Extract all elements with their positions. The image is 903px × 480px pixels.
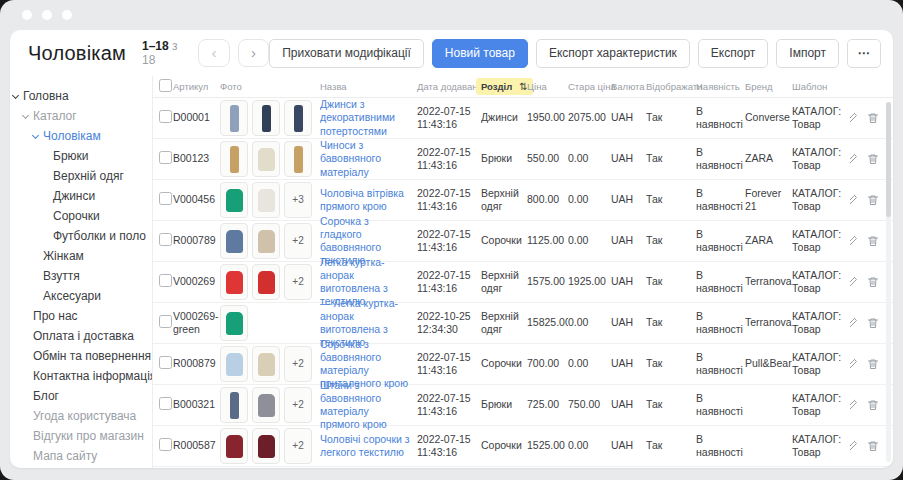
product-photo[interactable]: +3 <box>284 182 312 218</box>
sidebar-item[interactable]: Сорочки <box>12 206 152 226</box>
row-checkbox[interactable] <box>159 233 172 246</box>
row-checkbox[interactable] <box>159 438 172 451</box>
sidebar-item[interactable]: Чоловікам <box>12 126 152 146</box>
sidebar-item[interactable]: Брюки <box>12 146 152 166</box>
product-photo[interactable] <box>220 428 248 464</box>
product-photo[interactable] <box>220 346 248 382</box>
window-control-dot[interactable] <box>42 10 52 20</box>
col-header-brand[interactable]: Бренд <box>745 81 792 92</box>
row-checkbox[interactable] <box>159 192 172 205</box>
product-photo[interactable] <box>252 346 280 382</box>
product-name-link[interactable]: Штани з бавовняного матеріалу прямого кр… <box>320 379 387 430</box>
col-header-visible[interactable]: Відображати <box>646 81 696 92</box>
row-checkbox[interactable] <box>159 274 172 287</box>
edit-icon[interactable] <box>850 276 858 288</box>
col-header-sku[interactable]: Артикул <box>173 81 220 92</box>
row-checkbox[interactable] <box>159 315 172 328</box>
product-photo[interactable] <box>220 141 248 177</box>
sidebar-item[interactable]: Контактна інформація <box>12 366 152 386</box>
hide-modifications-button[interactable]: Приховати модифікації <box>269 39 424 68</box>
product-photo[interactable] <box>252 100 280 136</box>
col-header-old-price[interactable]: Стара ціна <box>568 81 611 92</box>
delete-icon[interactable] <box>867 112 879 124</box>
prev-page-button[interactable]: ‹ <box>198 39 230 67</box>
product-photo[interactable] <box>220 305 248 341</box>
product-photo[interactable]: +2 <box>284 428 312 464</box>
scrollbar-thumb[interactable] <box>886 102 891 217</box>
sidebar-item[interactable]: Аксесуари <box>12 286 152 306</box>
delete-icon[interactable] <box>867 317 879 329</box>
sidebar-item[interactable]: Головна <box>12 86 152 106</box>
product-photo[interactable]: +2 <box>284 387 312 423</box>
product-photo[interactable] <box>220 100 248 136</box>
delete-icon[interactable] <box>867 358 879 370</box>
edit-icon[interactable] <box>850 112 858 124</box>
delete-icon[interactable] <box>867 276 879 288</box>
product-photo[interactable]: +2 <box>284 346 312 382</box>
edit-icon[interactable] <box>850 153 858 165</box>
product-photo[interactable] <box>284 141 312 177</box>
sidebar-item[interactable]: Мапа сайту <box>12 446 152 466</box>
product-name-link[interactable]: Чоловічі сорочки з легкого текстилю <box>320 433 410 458</box>
product-photo[interactable]: +2 <box>284 223 312 259</box>
product-photo[interactable]: +2 <box>284 264 312 300</box>
col-header-date[interactable]: Дата додавання <box>417 81 481 92</box>
export-button[interactable]: Експорт <box>698 39 768 68</box>
row-checkbox[interactable] <box>159 110 172 123</box>
sidebar-item[interactable]: Верхній одяг <box>12 166 152 186</box>
product-name-link[interactable]: Джинси з декоративними потертостями <box>320 98 395 136</box>
product-photo[interactable] <box>252 141 280 177</box>
product-photo[interactable] <box>220 182 248 218</box>
edit-icon[interactable] <box>850 194 858 206</box>
col-header-template[interactable]: Шаблон <box>792 81 850 92</box>
product-photo[interactable] <box>220 264 248 300</box>
edit-icon[interactable] <box>850 358 858 370</box>
delete-icon[interactable] <box>867 440 879 452</box>
product-photo[interactable] <box>252 264 280 300</box>
more-actions-button[interactable]: ⋯ <box>847 39 881 68</box>
vertical-scrollbar[interactable] <box>886 102 891 462</box>
export-characteristics-button[interactable]: Експорт характеристик <box>536 39 690 68</box>
delete-icon[interactable] <box>867 153 879 165</box>
sidebar-item[interactable]: Обмін та повернення <box>12 346 152 366</box>
product-photo[interactable] <box>252 223 280 259</box>
col-header-currency[interactable]: Валюта <box>611 81 646 92</box>
delete-icon[interactable] <box>867 194 879 206</box>
delete-icon[interactable] <box>867 235 879 247</box>
product-photo[interactable] <box>284 100 312 136</box>
row-checkbox[interactable] <box>159 356 172 369</box>
sidebar-item[interactable]: Футболки и поло <box>12 226 152 246</box>
sidebar-item[interactable]: Відгуки про магазин <box>12 426 152 446</box>
window-control-dot[interactable] <box>22 10 32 20</box>
col-header-name[interactable]: Назва <box>320 81 417 92</box>
edit-icon[interactable] <box>850 440 858 452</box>
sidebar-item[interactable]: Блог <box>12 386 152 406</box>
product-photo[interactable] <box>252 387 280 423</box>
import-button[interactable]: Імпорт <box>776 39 839 68</box>
sidebar-item[interactable]: Каталог <box>12 106 152 126</box>
edit-icon[interactable] <box>850 235 858 247</box>
new-product-button[interactable]: Новий товар <box>432 39 528 68</box>
product-photo[interactable] <box>220 387 248 423</box>
sidebar-item[interactable]: Джинси <box>12 186 152 206</box>
product-photo[interactable] <box>220 223 248 259</box>
product-name-link[interactable]: Чиноси з бавовняного матеріалу <box>320 139 381 177</box>
row-checkbox[interactable] <box>159 397 172 410</box>
sidebar-item[interactable]: Оплата і доставка <box>12 326 152 346</box>
delete-icon[interactable] <box>867 399 879 411</box>
sidebar-item[interactable]: Угода користувача <box>12 406 152 426</box>
next-page-button[interactable]: › <box>238 39 270 67</box>
product-photo[interactable] <box>252 182 280 218</box>
sidebar-item[interactable]: Жінкам <box>12 246 152 266</box>
edit-icon[interactable] <box>850 399 858 411</box>
product-name-link[interactable]: Чоловіча вітрівка прямого крою <box>320 187 404 212</box>
window-control-dot[interactable] <box>62 10 72 20</box>
edit-icon[interactable] <box>850 317 858 329</box>
col-header-price[interactable]: Ціна <box>527 81 568 92</box>
product-photo[interactable] <box>252 428 280 464</box>
col-header-category[interactable]: Розділ ⇅ <box>481 78 527 95</box>
row-checkbox[interactable] <box>159 151 172 164</box>
select-all-checkbox[interactable] <box>159 79 172 92</box>
sidebar-item[interactable]: Взуття <box>12 266 152 286</box>
col-header-stock[interactable]: Наявність <box>696 81 745 92</box>
